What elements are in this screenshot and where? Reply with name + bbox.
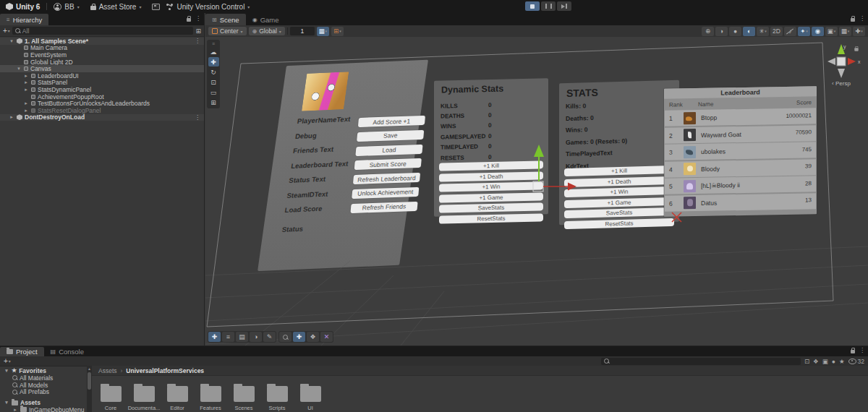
submit-score-button[interactable]: Submit Score bbox=[354, 158, 422, 170]
cloud-build-button[interactable] bbox=[152, 0, 160, 13]
tool-handle-pivot-button[interactable]: Center ▾ bbox=[208, 27, 247, 35]
reset-stats-button[interactable]: ResetStats bbox=[439, 213, 543, 223]
dontdestroyonload-row[interactable]: ▸ DontDestroyOnLoad ⋮ bbox=[0, 114, 204, 121]
projection-label[interactable]: ‹ Persp bbox=[820, 80, 863, 87]
gizmo-lock-icon[interactable] bbox=[854, 48, 858, 51]
view-tool-button[interactable]: ☁ bbox=[208, 47, 219, 56]
unity-menu[interactable]: Unity 6 bbox=[6, 0, 40, 13]
effects-button[interactable]: ✦ ▾ bbox=[798, 27, 810, 36]
kebab-menu-icon[interactable]: ⋮ bbox=[859, 16, 865, 22]
hidden-count-button[interactable]: 32 bbox=[848, 358, 864, 365]
favorites-filter-button[interactable]: ★ bbox=[839, 358, 845, 365]
scene-grid-button[interactable]: ▦ ▾ bbox=[839, 27, 851, 36]
hierarchy-item-leaderboardui[interactable]: ▸ LeaderboardUI bbox=[0, 72, 204, 80]
expand-arrow-icon[interactable]: ▸ bbox=[23, 100, 29, 106]
plus-death-button[interactable]: +1 Death bbox=[439, 171, 543, 181]
hierarchy-item-statspanel[interactable]: ▸ StatsPanel bbox=[0, 80, 204, 87]
down-axis-cone[interactable] bbox=[838, 69, 845, 78]
favorites-root[interactable]: ▾ ★ Favorites bbox=[0, 367, 87, 374]
kebab-menu-icon[interactable]: ⋮ bbox=[195, 115, 200, 121]
scene-root-row[interactable]: ▾ 1. All Samples Scene* ⋮ bbox=[0, 38, 204, 45]
collapse-arrow-icon[interactable]: ▾ bbox=[9, 38, 14, 44]
hierarchy-item-canvas[interactable]: ▾ Canvas bbox=[0, 65, 204, 72]
version-control-menu[interactable]: Unity Version Control ▾ bbox=[166, 0, 250, 13]
scale-tool-button[interactable]: ⊡ bbox=[208, 77, 219, 87]
favorite-all-models[interactable]: All Models bbox=[0, 382, 87, 389]
save-button[interactable]: Save bbox=[357, 130, 424, 142]
play-button[interactable] bbox=[525, 1, 540, 11]
hierarchy-item-achievementpopuproot[interactable]: AchievementPopupRoot bbox=[0, 93, 204, 100]
grid-snapping-button[interactable]: ▦ ▾ bbox=[317, 27, 329, 36]
create-object-button[interactable]: + ▾ bbox=[3, 27, 10, 35]
expand-arrow-icon[interactable]: ▸ bbox=[23, 73, 29, 79]
favorite-all-prefabs[interactable]: All Prefabs bbox=[0, 388, 87, 395]
account-menu[interactable]: BB ▾ bbox=[54, 0, 79, 13]
kebab-menu-icon[interactable]: ⋮ bbox=[859, 348, 865, 353]
folder-editor[interactable]: Editor bbox=[165, 383, 190, 411]
hierarchy-item-main-camera[interactable]: Main Camera bbox=[0, 45, 204, 52]
favorite-all-materials[interactable]: All Materials bbox=[0, 374, 87, 382]
collapse-arrow-icon[interactable]: ▾ bbox=[4, 400, 9, 405]
tab-scene[interactable]: ⊞ Scene bbox=[205, 14, 246, 25]
collapse-arrow-icon[interactable]: ▾ bbox=[4, 368, 9, 374]
plus-game-button[interactable]: +1 Game bbox=[439, 192, 543, 202]
x-axis-cone[interactable] bbox=[848, 58, 856, 65]
folder-ui[interactable]: UI bbox=[298, 383, 323, 411]
add-score-button[interactable]: Add Score +1 bbox=[358, 116, 425, 127]
hierarchy-item-eventsystem[interactable]: EventSystem bbox=[0, 51, 204, 59]
tab-project[interactable]: Project bbox=[0, 347, 44, 356]
tab-hierarchy[interactable]: ≡ Hierarchy bbox=[0, 14, 48, 25]
move-overlay-button[interactable]: ✚ bbox=[208, 332, 221, 342]
shading-mode-button[interactable]: ◑ bbox=[715, 27, 728, 36]
package-visibility-button[interactable]: ❖ bbox=[813, 358, 819, 365]
folder-core[interactable]: Core bbox=[98, 383, 123, 411]
orbit-overlay-button[interactable]: ◑ bbox=[250, 332, 262, 342]
random-overlay-button[interactable]: ✕ bbox=[320, 332, 333, 342]
scene-viewport[interactable]: ≡ ☁ ✚ ↻ ⊡ ▭ ⊞ ✚ ≡ ▤ ◑ ✎ ✚ bbox=[205, 37, 868, 346]
scroll-up-arrow[interactable]: ▲ bbox=[88, 366, 91, 371]
gizmos-button[interactable]: ✚ ▾ bbox=[853, 27, 865, 36]
rect-tool-button[interactable]: ▭ bbox=[208, 87, 219, 97]
filter-button[interactable]: ● bbox=[832, 358, 835, 365]
2d-mode-button[interactable]: 2D bbox=[770, 27, 783, 36]
step-button[interactable] bbox=[557, 1, 571, 11]
assets-root[interactable]: ▾ Assets bbox=[0, 399, 87, 406]
particles-button[interactable]: ✳ ▾ bbox=[757, 27, 769, 36]
plus-kill-button[interactable]: +1 Kill bbox=[439, 160, 543, 171]
grid-size-field[interactable]: 1 bbox=[290, 27, 315, 35]
plus-win-button[interactable]: +1 Win bbox=[564, 186, 674, 197]
light-mode-button[interactable]: ◐ bbox=[743, 27, 755, 36]
plus-win-button[interactable]: +1 Win bbox=[439, 182, 543, 192]
hierarchy-overlay-button[interactable]: ≡ bbox=[222, 332, 234, 342]
transform-tool-button[interactable]: ⊞ bbox=[208, 98, 219, 107]
scene-visibility-button[interactable]: ◉ bbox=[812, 27, 824, 36]
lock-icon[interactable] bbox=[851, 18, 855, 22]
load-button[interactable]: Load bbox=[355, 144, 422, 155]
expand-arrow-icon[interactable]: ▸ bbox=[23, 80, 29, 85]
search-window-icon[interactable]: ⊞ bbox=[195, 27, 201, 35]
folder-scenes[interactable]: Scenes bbox=[231, 383, 256, 411]
overlay-drag-handle[interactable]: ≡ bbox=[212, 41, 215, 46]
hierarchy-item-statsresetdialog[interactable]: ▸ StatsResetDialogPanel bbox=[0, 107, 204, 114]
scrollbar-thumb[interactable] bbox=[88, 372, 91, 390]
collapse-arrow-icon[interactable]: ▾ bbox=[16, 66, 22, 72]
assets-ingamedebugmenu[interactable]: ▸ InGameDebugMenu bbox=[0, 406, 87, 412]
folder-scripts[interactable]: Scripts bbox=[265, 383, 289, 411]
lock-icon[interactable] bbox=[187, 18, 191, 22]
lighting-toggle-button[interactable]: ● bbox=[729, 27, 741, 36]
hierarchy-item-testbuttons[interactable]: ▸ TestButtonsForUnlocksAndLeaderboards bbox=[0, 100, 204, 107]
breadcrumb-assets[interactable]: Assets bbox=[98, 367, 117, 374]
expand-arrow-icon[interactable]: ▸ bbox=[23, 108, 29, 113]
refresh-leaderboard-button[interactable]: Refresh Leaderboard bbox=[353, 173, 420, 184]
folder-features[interactable]: Features bbox=[198, 383, 223, 411]
tab-console[interactable]: ▤ Console bbox=[44, 347, 90, 356]
kebab-menu-icon[interactable]: ⋮ bbox=[195, 16, 201, 22]
plus-game-button[interactable]: +1 Game bbox=[564, 197, 674, 208]
expand-arrow-icon[interactable]: ▸ bbox=[12, 407, 18, 412]
draw-mode-button[interactable]: ⊕ bbox=[702, 27, 714, 36]
reset-stats-button[interactable]: ResetStats bbox=[564, 218, 674, 229]
tool-handle-rotation-button[interactable]: ⊕ Global ▾ bbox=[249, 27, 285, 35]
rotate-tool-button[interactable]: ↻ bbox=[208, 67, 219, 77]
search-by-label-button[interactable]: ▣ bbox=[822, 358, 828, 365]
audio-mute-button[interactable]: ♪ bbox=[784, 27, 796, 36]
